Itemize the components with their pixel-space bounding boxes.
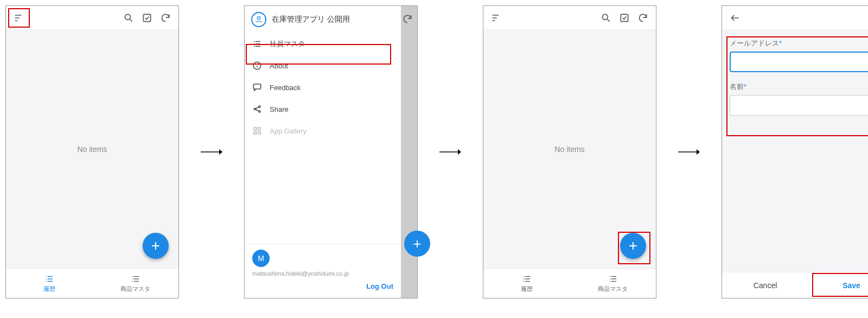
tab-history[interactable]: 履歴: [6, 269, 92, 298]
field-name: 名前*: [730, 82, 868, 116]
select-icon[interactable]: [617, 10, 632, 26]
required-mark: *: [779, 39, 782, 47]
screen-list-1: No items + 履歴 商品マスタ: [5, 5, 179, 298]
svg-rect-1: [143, 14, 150, 21]
menu-feedback[interactable]: Feedback: [245, 77, 401, 98]
tab-product-master[interactable]: 商品マスタ: [92, 269, 178, 298]
svg-point-7: [259, 106, 260, 107]
menu-label: App Gallery: [270, 127, 307, 135]
user-avatar[interactable]: M: [252, 250, 270, 267]
menu-share[interactable]: Share: [245, 98, 401, 120]
nav-drawer: 在庫管理アプリ 公開用 社員マスタ About Feedback Share A…: [245, 6, 401, 298]
tab-history[interactable]: 履歴: [483, 269, 570, 298]
svg-point-8: [259, 111, 260, 112]
tab-label: 商品マスタ: [120, 285, 150, 293]
tab-product-master[interactable]: 商品マスタ: [570, 269, 656, 298]
search-icon[interactable]: [121, 10, 136, 26]
email-label: メールアドレス*: [730, 39, 868, 48]
empty-text: No items: [77, 145, 107, 154]
menu-app-gallery: App Gallery: [245, 120, 401, 142]
refresh-icon[interactable]: [635, 10, 650, 26]
menu-label: About: [270, 62, 288, 70]
name-label: 名前*: [730, 82, 868, 92]
empty-text: No items: [554, 145, 584, 154]
refresh-icon[interactable]: [400, 11, 415, 27]
refresh-icon[interactable]: [158, 10, 173, 26]
screen-drawer: + 在庫管理アプリ 公開用 社員マスタ About Feedback Share: [244, 5, 418, 298]
content-area: No items +: [6, 30, 178, 269]
screen-list-3: No items + 履歴 商品マスタ: [483, 5, 656, 298]
screen-form: メールアドレス* 名前* Cancel Save: [722, 5, 868, 298]
drawer-footer: M matsushima.hideki@yoshidumi.co.jp Log …: [245, 244, 401, 298]
menu-icon[interactable]: [489, 10, 504, 26]
add-button-partial[interactable]: +: [404, 231, 430, 257]
background-strip: +: [399, 6, 417, 298]
content-area: No items +: [483, 30, 656, 269]
required-mark: *: [744, 82, 746, 91]
svg-rect-15: [621, 14, 628, 21]
svg-point-3: [257, 17, 260, 20]
tab-label: 商品マスタ: [598, 285, 628, 293]
arrow-icon: [678, 147, 700, 157]
drawer-header: 在庫管理アプリ 公開用: [245, 6, 401, 33]
topbar: [483, 6, 656, 30]
bottom-tabs: 履歴 商品マスタ: [6, 269, 178, 298]
bottom-tabs: 履歴 商品マスタ: [483, 269, 656, 298]
menu-label: Share: [270, 105, 289, 113]
svg-rect-9: [254, 128, 257, 130]
app-logo-icon: [251, 12, 266, 27]
svg-point-0: [125, 14, 130, 20]
svg-rect-10: [258, 128, 261, 130]
tab-label: 履歴: [43, 285, 55, 293]
save-button[interactable]: Save: [808, 272, 868, 298]
menu-employee-master[interactable]: 社員マスタ: [245, 33, 401, 55]
back-icon[interactable]: [727, 10, 743, 26]
svg-point-6: [254, 109, 256, 110]
menu-label: 社員マスタ: [270, 39, 305, 49]
form-actions: Cancel Save: [722, 272, 868, 298]
menu-icon[interactable]: [11, 10, 27, 26]
name-input[interactable]: [730, 95, 868, 116]
add-button[interactable]: +: [143, 233, 169, 259]
search-icon[interactable]: [598, 10, 614, 26]
add-button[interactable]: +: [620, 233, 646, 259]
user-email: matsushima.hideki@yoshidumi.co.jp: [252, 270, 393, 277]
email-input[interactable]: [730, 52, 868, 72]
app-title: 在庫管理アプリ 公開用: [272, 15, 350, 24]
field-email: メールアドレス*: [730, 39, 868, 72]
cancel-button[interactable]: Cancel: [722, 272, 808, 298]
grid-icon: [252, 126, 262, 136]
select-icon[interactable]: [139, 10, 155, 26]
form-body: メールアドレス* 名前*: [722, 30, 868, 298]
topbar: [722, 6, 868, 30]
svg-point-14: [602, 14, 608, 20]
topbar: [6, 6, 178, 30]
arrow-icon: [201, 147, 222, 157]
svg-rect-5: [253, 84, 261, 89]
svg-rect-11: [254, 132, 257, 135]
menu-about[interactable]: About: [245, 55, 401, 77]
tab-label: 履歴: [521, 285, 533, 293]
logout-button[interactable]: Log Out: [252, 282, 393, 290]
arrow-icon: [439, 147, 461, 157]
menu-label: Feedback: [270, 84, 301, 92]
svg-rect-12: [258, 132, 261, 135]
